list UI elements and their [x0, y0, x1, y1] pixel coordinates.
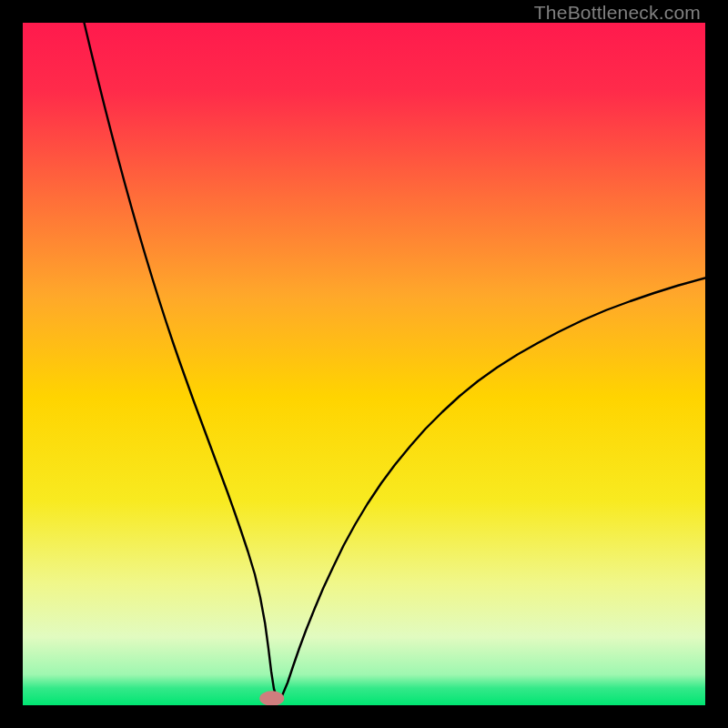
- marker-layer: [259, 691, 284, 705]
- plot-area: [23, 23, 705, 705]
- outer-frame: TheBottleneck.com: [0, 0, 728, 728]
- min-marker: [259, 691, 284, 705]
- chart-svg: [23, 23, 705, 705]
- watermark-label: TheBottleneck.com: [534, 2, 701, 24]
- gradient-background: [23, 23, 705, 705]
